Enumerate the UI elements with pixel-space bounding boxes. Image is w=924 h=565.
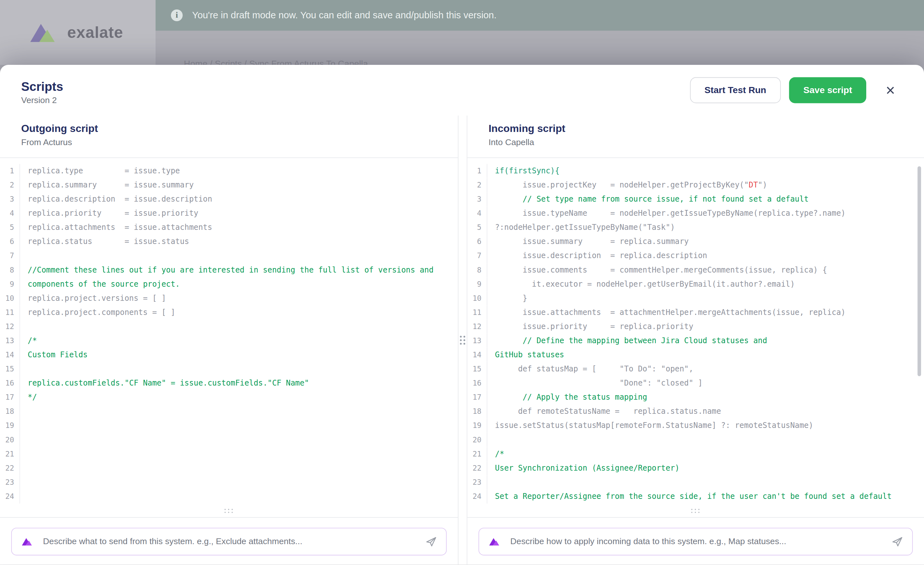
line-text: // Define the mapping between Jira Cloud… [487, 334, 767, 348]
exalate-logo-text: exalate [67, 23, 123, 42]
line-text [487, 433, 500, 447]
line-text [20, 249, 32, 263]
line-number: 16 [0, 376, 14, 391]
outgoing-prompt-input[interactable] [42, 536, 417, 547]
code-line: 11 issue.attachments = attachmentHelper.… [468, 305, 924, 319]
send-icon[interactable] [425, 535, 437, 548]
line-text: replica.description = issue.description [20, 192, 212, 206]
line-text: replica.project.components = [ ] [20, 305, 176, 319]
incoming-prompt-input[interactable] [509, 536, 883, 547]
line-text: /* [487, 447, 504, 461]
line-text: replica.project.versions = [ ] [20, 291, 166, 305]
start-test-run-button[interactable]: Start Test Run [690, 77, 781, 104]
code-line: 3replica.description = issue.description [0, 192, 458, 206]
line-text: issue.summary = replica.summary [487, 235, 689, 249]
outgoing-prompt-area [0, 518, 458, 565]
code-line: 1replica.type = issue.type [0, 164, 458, 178]
line-number: 7 [468, 249, 482, 263]
close-icon[interactable]: × [878, 78, 903, 102]
line-number: 15 [468, 362, 482, 376]
code-line: 16replica.customFields."CF Name" = issue… [0, 376, 458, 391]
code-line: 7 issue.description = replica.descriptio… [468, 249, 924, 263]
line-text: if(firstSync){ [487, 164, 560, 178]
line-text [20, 362, 32, 376]
incoming-code-editor[interactable]: 1if(firstSync){2 issue.projectKey = node… [468, 158, 924, 517]
code-line: 15 def statusMap = [ "To Do": "open", [468, 362, 924, 376]
line-number: 8 [468, 263, 482, 277]
line-number: 7 [0, 249, 14, 263]
line-text: it.executor = nodeHelper.getUserByEmail(… [487, 277, 795, 291]
code-line: 18 [0, 404, 458, 419]
line-number: 12 [468, 320, 482, 334]
line-number: 11 [0, 305, 14, 319]
line-number: 15 [0, 362, 14, 376]
code-line: 21/* [468, 447, 924, 461]
info-icon: i [171, 9, 183, 21]
code-line: 17 // Apply the status mapping [468, 391, 924, 404]
line-number: 22 [0, 461, 14, 475]
line-text [20, 433, 32, 447]
line-text: //Comment these lines out if you are int… [20, 263, 434, 277]
line-number: 6 [468, 235, 482, 249]
incoming-prompt-area [468, 518, 924, 565]
line-number: 1 [468, 164, 482, 178]
save-script-button[interactable]: Save script [789, 77, 866, 104]
code-line: 16 "Done": "closed" ] [468, 376, 924, 391]
line-text: replica.attachments = issue.attachments [20, 221, 212, 235]
line-number: 12 [0, 320, 14, 334]
line-number: 6 [0, 235, 14, 249]
code-line: 8//Comment these lines out if you are in… [0, 263, 458, 277]
code-line: 17*/ [0, 391, 458, 404]
code-line: 4replica.priority = issue.priority [0, 206, 458, 221]
line-number: 3 [468, 192, 482, 206]
line-number: 20 [0, 433, 14, 447]
editor-scrollbar[interactable] [918, 166, 921, 376]
resize-handle-icon[interactable] [691, 509, 700, 514]
code-line: 23 [468, 475, 924, 489]
code-line: 24 [0, 489, 458, 503]
modal-header: Scripts Version 2 Start Test Run Save sc… [0, 65, 924, 116]
code-line: 8 issue.comments = commentHelper.mergeCo… [468, 263, 924, 277]
code-line: 14GitHub statuses [468, 348, 924, 362]
code-line: 5?:nodeHelper.getIssueTypeByName("Task") [468, 221, 924, 235]
code-line: 11replica.project.components = [ ] [0, 305, 458, 319]
code-line: 21 [0, 447, 458, 461]
line-number: 23 [468, 475, 482, 489]
resize-handle-icon[interactable] [224, 509, 234, 514]
code-line: 20 [0, 433, 458, 447]
line-text: def remoteStatusName = replica.status.na… [487, 404, 721, 419]
line-text: issue.projectKey = nodeHelper.getProject… [487, 178, 767, 192]
code-line: 20 [468, 433, 924, 447]
panel-drag-handle-icon[interactable] [460, 336, 465, 345]
outgoing-subtitle: From Acturus [21, 137, 436, 147]
line-number: 4 [468, 206, 482, 221]
line-text [20, 461, 32, 475]
line-text: ?:nodeHelper.getIssueTypeByName("Task") [487, 221, 675, 235]
line-text: replica.customFields."CF Name" = issue.c… [20, 376, 309, 391]
outgoing-code-editor[interactable]: 1replica.type = issue.type2replica.summa… [0, 158, 458, 517]
page-title: Scripts [21, 79, 63, 93]
ai-sparkle-icon [488, 536, 501, 546]
line-number: 19 [0, 419, 14, 433]
code-line: 14Custom Fields [0, 348, 458, 362]
modal-actions: Start Test Run Save script × [690, 77, 903, 104]
line-number: 5 [0, 221, 14, 235]
send-icon[interactable] [891, 535, 903, 548]
line-number: 24 [468, 489, 482, 503]
line-text: // Set type name from source issue, if n… [487, 192, 808, 206]
line-text: def statusMap = [ "To Do": "open", [487, 362, 693, 376]
code-line: 4 issue.typeName = nodeHelper.getIssueTy… [468, 206, 924, 221]
line-text [20, 447, 32, 461]
incoming-panel: Incoming script Into Capella 1if(firstSy… [468, 116, 924, 565]
code-line: 6 issue.summary = replica.summary [468, 235, 924, 249]
line-number: 2 [0, 178, 14, 192]
line-text: components of the source project. [20, 277, 180, 291]
line-number: 18 [468, 404, 482, 419]
line-number: 5 [468, 221, 482, 235]
line-text: User Synchronization (Assignee/Reporter) [487, 461, 680, 475]
line-text: issue.typeName = nodeHelper.getIssueType… [487, 206, 845, 221]
line-text: } [487, 291, 527, 305]
line-text [20, 475, 32, 489]
line-text: issue.priority = replica.priority [487, 320, 693, 334]
line-text [20, 489, 32, 503]
